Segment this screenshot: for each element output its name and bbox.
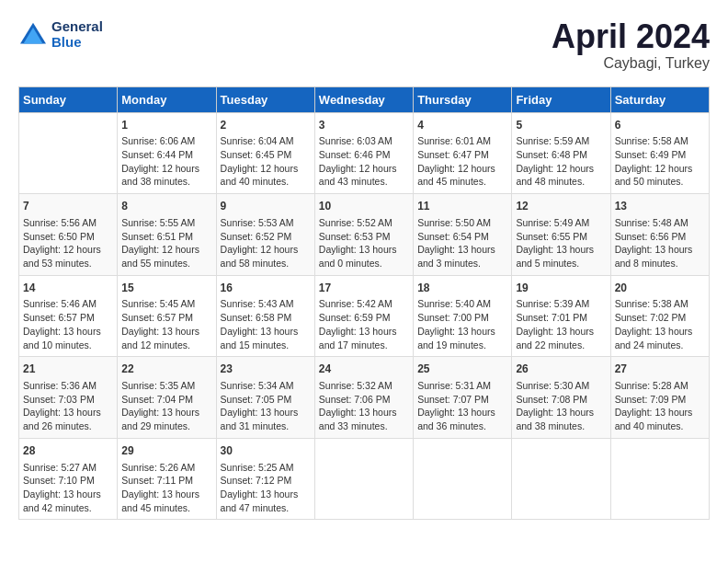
day-info: Daylight: 13 hours [417,406,507,419]
calendar-cell: 23Sunrise: 5:34 AMSunset: 7:05 PMDayligh… [216,357,314,439]
day-info: Daylight: 12 hours [319,162,409,176]
day-number: 18 [417,281,507,296]
week-row-2: 7Sunrise: 5:56 AMSunset: 6:50 PMDaylight… [19,194,710,276]
day-info: Sunset: 7:09 PM [615,393,705,407]
day-number: 15 [121,281,211,296]
day-info: and 22 minutes. [516,339,606,352]
day-info: Sunset: 7:05 PM [221,393,311,407]
day-info: Daylight: 12 hours [121,162,211,176]
calendar-cell: 11Sunrise: 5:50 AMSunset: 6:54 PMDayligh… [414,194,512,276]
logo-text: General Blue [51,18,103,50]
calendar-cell: 2Sunrise: 6:04 AMSunset: 6:45 PMDaylight… [216,112,314,194]
day-info: Daylight: 12 hours [417,162,507,176]
day-info: Sunrise: 6:04 AM [221,134,311,148]
header-saturday: Saturday [610,86,709,112]
day-info: and 40 minutes. [615,419,705,433]
day-info: Sunset: 6:56 PM [615,230,705,244]
day-info: and 0 minutes. [319,257,409,270]
calendar-cell: 21Sunrise: 5:36 AMSunset: 7:03 PMDayligh… [19,357,118,439]
day-info: Sunset: 7:02 PM [615,311,705,325]
calendar-cell: 27Sunrise: 5:28 AMSunset: 7:09 PMDayligh… [610,357,709,439]
day-info: Sunset: 6:58 PM [221,311,311,325]
calendar-cell: 28Sunrise: 5:27 AMSunset: 7:10 PMDayligh… [19,438,118,520]
day-info: Sunset: 6:55 PM [516,230,606,244]
day-info: Sunrise: 6:06 AM [121,134,211,148]
day-info: Daylight: 13 hours [221,488,311,501]
day-number: 2 [221,118,311,133]
day-number: 19 [516,281,606,296]
day-number: 17 [319,281,409,296]
day-info: and 10 minutes. [23,339,113,352]
calendar-cell: 8Sunrise: 5:55 AMSunset: 6:51 PMDaylight… [118,194,216,276]
day-info: Sunset: 7:04 PM [121,393,211,407]
day-info: Sunset: 7:12 PM [221,474,311,488]
day-info: Sunset: 6:48 PM [516,148,606,162]
day-info: and 47 minutes. [221,501,311,515]
calendar-cell [414,438,512,520]
day-info: Daylight: 12 hours [221,162,311,176]
day-number: 13 [615,199,705,214]
day-info: Sunrise: 6:01 AM [417,134,507,148]
day-number: 29 [121,443,211,459]
day-info: Sunrise: 5:48 AM [615,216,705,230]
day-info: Daylight: 13 hours [319,325,409,339]
day-number: 12 [516,199,606,214]
calendar-cell: 30Sunrise: 5:25 AMSunset: 7:12 PMDayligh… [216,438,314,520]
day-info: and 3 minutes. [417,257,507,270]
day-info: Sunrise: 5:50 AM [417,216,507,230]
day-info: Daylight: 12 hours [121,243,211,257]
day-info: Sunset: 6:53 PM [319,230,409,244]
header-monday: Monday [118,86,216,112]
day-info: and 33 minutes. [319,419,409,433]
header-wednesday: Wednesday [314,86,413,112]
day-info: and 26 minutes. [23,419,113,433]
day-info: Sunset: 6:52 PM [221,230,311,244]
day-info: Daylight: 13 hours [23,325,113,339]
day-info: and 45 minutes. [417,175,507,189]
day-info: Daylight: 12 hours [221,243,311,257]
calendar-cell [610,438,709,520]
day-info: Daylight: 13 hours [615,325,705,339]
day-info: Sunrise: 5:59 AM [516,134,606,148]
day-info: Daylight: 13 hours [221,325,311,339]
day-number: 21 [23,362,113,377]
day-info: and 38 minutes. [121,175,211,189]
calendar-header-row: SundayMondayTuesdayWednesdayThursdayFrid… [19,86,710,112]
day-info: and 53 minutes. [23,257,113,270]
day-number: 6 [615,118,705,133]
day-info: Sunrise: 5:31 AM [417,379,507,393]
day-info: Sunrise: 5:40 AM [417,297,507,311]
day-number: 23 [221,362,311,377]
calendar-cell: 22Sunrise: 5:35 AMSunset: 7:04 PMDayligh… [118,357,216,439]
day-info: Sunrise: 5:46 AM [23,297,113,311]
day-info: Daylight: 13 hours [121,406,211,419]
location: Caybagi, Turkey [552,55,710,72]
day-info: and 43 minutes. [319,175,409,189]
day-info: Sunrise: 5:56 AM [23,216,113,230]
calendar-cell: 16Sunrise: 5:43 AMSunset: 6:58 PMDayligh… [216,275,314,357]
calendar-cell [314,438,413,520]
day-info: Sunrise: 5:52 AM [319,216,409,230]
day-info: Sunrise: 5:55 AM [121,216,211,230]
day-info: Sunset: 6:49 PM [615,148,705,162]
calendar-cell: 17Sunrise: 5:42 AMSunset: 6:59 PMDayligh… [314,275,413,357]
day-info: Sunset: 6:44 PM [121,148,211,162]
day-info: Sunrise: 5:27 AM [23,461,113,475]
title-block: April 2024 Caybagi, Turkey [552,18,710,72]
calendar-cell: 9Sunrise: 5:53 AMSunset: 6:52 PMDaylight… [216,194,314,276]
logo: General Blue [18,18,103,50]
day-info: and 5 minutes. [516,257,606,270]
calendar-cell [512,438,610,520]
day-info: Daylight: 12 hours [615,162,705,176]
calendar-cell: 19Sunrise: 5:39 AMSunset: 7:01 PMDayligh… [512,275,610,357]
header-tuesday: Tuesday [216,86,314,112]
day-info: Daylight: 13 hours [615,243,705,257]
day-info: Sunset: 6:45 PM [221,148,311,162]
week-row-1: 1Sunrise: 6:06 AMSunset: 6:44 PMDaylight… [19,112,710,194]
calendar-cell: 1Sunrise: 6:06 AMSunset: 6:44 PMDaylight… [118,112,216,194]
day-info: Sunrise: 5:45 AM [121,297,211,311]
day-number: 24 [319,362,409,377]
day-info: and 15 minutes. [221,339,311,352]
calendar-cell: 3Sunrise: 6:03 AMSunset: 6:46 PMDaylight… [314,112,413,194]
day-info: Sunset: 6:54 PM [417,230,507,244]
